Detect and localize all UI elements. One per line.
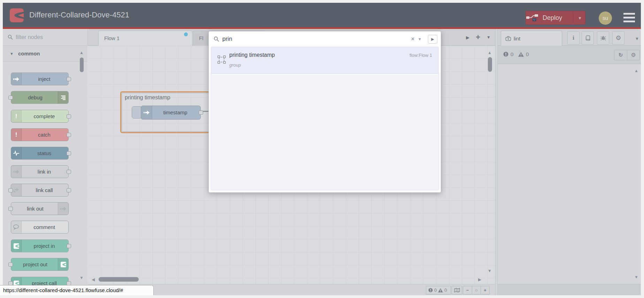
gear-icon: ⚙ <box>615 35 621 41</box>
result-type: group <box>229 62 241 68</box>
palette-scrollbar-thumb[interactable] <box>80 58 84 72</box>
clear-search-icon[interactable]: × <box>409 36 416 42</box>
palette-node-project-in[interactable]: project in <box>11 239 69 252</box>
search-result-row[interactable]: printing timestamp group flow:Flow 1 <box>211 47 438 74</box>
output-port <box>67 170 71 174</box>
palette-node-link-call[interactable]: link call <box>11 184 69 197</box>
palette-filter-input[interactable] <box>16 34 75 40</box>
menu-bar-icon <box>623 21 635 22</box>
palette-filter <box>3 29 87 46</box>
add-flow-button[interactable]: + <box>476 33 480 42</box>
deploy-label: Deploy <box>543 14 562 22</box>
help-panel-button[interactable] <box>582 31 594 45</box>
zoom-in-button[interactable]: + <box>481 286 489 294</box>
canvas-scroll-left-icon[interactable]: ◀ <box>92 277 95 282</box>
tabbar-toolbar: ▶ + ▼ <box>466 29 491 46</box>
tab-list-caret-icon[interactable]: ▼ <box>486 35 491 40</box>
navigator-map-button[interactable] <box>452 286 462 295</box>
palette-node-catch[interactable]: ! catch <box>11 128 69 141</box>
palette-node-inject[interactable]: inject <box>11 72 69 85</box>
canvas-hscrollbar-thumb[interactable] <box>99 277 139 282</box>
warning-triangle-icon <box>438 288 443 292</box>
search-dialog: × ▼ ▶ printing timestamp group flow:Flow… <box>208 31 441 193</box>
palette-node-status[interactable]: status <box>11 147 69 160</box>
bug-icon <box>600 35 606 41</box>
input-port <box>8 262 13 267</box>
node-label: inject <box>11 73 68 86</box>
palette-category-common[interactable]: ▼ common <box>3 46 87 62</box>
chevron-down-icon: ▼ <box>10 46 14 62</box>
main-menu-button[interactable] <box>623 13 635 23</box>
canvas-scroll-up-icon[interactable]: ▲ <box>488 51 492 55</box>
search-icon <box>214 36 219 42</box>
lint-refresh-button[interactable]: ↻ <box>614 50 627 60</box>
node-label: link out <box>11 203 68 215</box>
lint-counts: 0 0 <box>503 51 529 57</box>
lint-actions: ↻ ⚙ <box>614 50 640 60</box>
warning-count: 0 <box>444 288 447 293</box>
lint-kit-icon <box>505 36 511 41</box>
group-label: printing timestamp <box>125 94 170 101</box>
deploy-icon <box>526 13 538 22</box>
tab-scroll-right-icon[interactable]: ▶ <box>466 35 469 40</box>
error-circle-icon <box>428 288 433 292</box>
search-history-caret-icon[interactable]: ▼ <box>416 37 423 41</box>
instance-title: Different-Collared-Dove-4521 <box>29 3 129 27</box>
palette-node-complete[interactable]: ! complete <box>11 110 69 123</box>
node-palette: ▼ common inject debug ! complete ! catch <box>3 46 87 295</box>
lint-settings-button[interactable]: ⚙ <box>627 50 639 60</box>
result-flow: flow:Flow 1 <box>409 53 432 58</box>
node-label: project in <box>11 240 68 253</box>
output-port <box>67 244 71 248</box>
node-label: link call <box>11 184 68 197</box>
info-panel-button[interactable]: i <box>567 31 580 45</box>
unsaved-changes-dot <box>184 32 188 36</box>
header: Different-Collared-Dove-4521 Deploy ▼ su <box>3 3 641 27</box>
config-nodes-button[interactable]: ⚙ <box>612 31 624 45</box>
deploy-options-caret[interactable]: ▼ <box>578 16 582 21</box>
palette-node-debug[interactable]: debug <box>11 91 69 104</box>
node-label: link in <box>11 166 68 178</box>
search-options-button[interactable]: ▶ <box>428 35 437 44</box>
palette-scroll-down-icon[interactable]: ▼ <box>79 276 84 280</box>
output-port <box>67 133 71 137</box>
tab-flow-1[interactable]: Flow 1 <box>98 31 192 46</box>
canvas-scroll-right-icon[interactable]: ▶ <box>478 277 481 282</box>
palette-node-link-in[interactable]: link in <box>11 165 69 178</box>
deploy-button[interactable]: Deploy ▼ <box>526 11 585 25</box>
zoom-out-button[interactable]: − <box>463 286 472 294</box>
flow-group[interactable]: printing timestamp timestamp <box>120 91 217 133</box>
result-title: printing timestamp <box>229 52 275 58</box>
lint-warning-count: 0 <box>526 51 529 57</box>
palette-node-project-out[interactable]: project out <box>11 258 69 271</box>
debug-panel-button[interactable] <box>597 31 609 45</box>
search-bar: × ▼ ▶ <box>209 31 441 47</box>
output-port <box>67 188 71 192</box>
sidebar-scroll-down-icon[interactable]: ▼ <box>634 275 638 279</box>
input-port <box>8 95 13 100</box>
node-label: timestamp <box>152 106 198 119</box>
sidebar-tab-lint[interactable]: lint <box>501 31 562 46</box>
flowfuse-logo-icon[interactable] <box>10 8 24 22</box>
flow-issues-badge[interactable]: 0 0 <box>426 286 451 295</box>
zoom-reset-button[interactable]: ○ <box>472 286 481 294</box>
palette-scroll-up-icon[interactable]: ▲ <box>79 51 84 55</box>
refresh-icon: ↻ <box>619 52 623 58</box>
palette-node-link-out[interactable]: link out <box>11 202 69 215</box>
canvas-scroll-down-icon[interactable]: ▼ <box>488 269 492 273</box>
browser-status-url: https://different-collared-dove-4521.flo… <box>0 285 154 295</box>
palette-node-comment[interactable]: comment <box>11 221 69 234</box>
sidebar-resize-handle[interactable] <box>495 29 498 295</box>
sidebar-scroll-up-icon[interactable]: ▲ <box>634 69 638 73</box>
warning-triangle-icon <box>518 52 524 57</box>
sidebar-tabs-caret-icon[interactable]: ▼ <box>635 36 639 41</box>
canvas-vscrollbar-thumb[interactable] <box>488 57 492 72</box>
group-icon <box>217 55 226 64</box>
input-port <box>8 207 13 211</box>
input-port <box>8 188 13 192</box>
inject-icon <box>141 106 152 119</box>
node-label: project out <box>11 258 68 271</box>
search-input[interactable] <box>222 36 409 43</box>
user-avatar[interactable]: su <box>599 12 612 25</box>
inject-node-timestamp[interactable]: timestamp <box>141 106 201 120</box>
